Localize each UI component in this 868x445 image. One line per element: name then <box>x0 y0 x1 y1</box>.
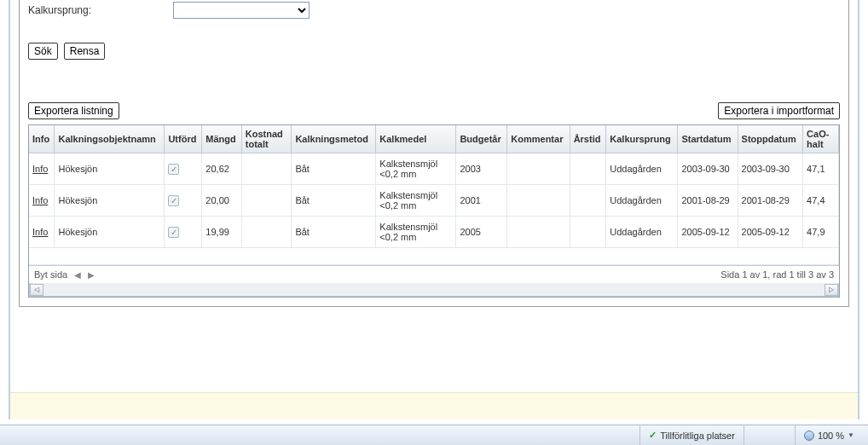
info-link[interactable]: Info <box>32 227 48 237</box>
kalkursprung-select[interactable] <box>173 2 310 19</box>
pager-status: Sida 1 av 1, rad 1 till 3 av 3 <box>720 269 834 280</box>
cell-ursprung: Uddagården <box>606 185 678 217</box>
cell-stopp: 2003-09-30 <box>738 153 803 185</box>
col-stoppdatum[interactable]: Stoppdatum <box>738 125 803 153</box>
col-arstid[interactable]: Årstid <box>570 125 606 153</box>
col-mangd[interactable]: Mängd <box>202 125 241 153</box>
cell-namn: Hökesjön <box>55 185 165 217</box>
cell-start: 2005-09-12 <box>678 217 738 248</box>
checkbox-checked-icon: ✓ <box>168 195 179 206</box>
col-kommentar[interactable]: Kommentar <box>507 125 570 153</box>
filter-label: Kalkursprung: <box>28 4 173 16</box>
col-kalkmedel[interactable]: Kalkmedel <box>376 125 456 153</box>
result-table: Info Kalkningsobjektnamn Utförd Mängd Ko… <box>28 124 840 298</box>
pager-label: Byt sida <box>34 269 67 280</box>
export-listing-button[interactable]: Exportera listning <box>28 102 119 119</box>
cell-medel: Kalkstensmjöl <0,2 mm <box>376 185 456 217</box>
col-kostnad-totalt[interactable]: Kostnad totalt <box>241 125 292 153</box>
cell-kostnad <box>241 153 292 185</box>
cell-arstid <box>570 153 606 185</box>
cell-cao: 47,1 <box>803 153 839 185</box>
cell-kostnad <box>241 185 292 217</box>
cell-medel: Kalkstensmjöl <0,2 mm <box>376 153 456 185</box>
cell-start: 2001-08-29 <box>678 185 738 217</box>
cell-utford: ✓ <box>165 185 202 217</box>
pager-prev-icon[interactable]: ◀ <box>74 270 81 280</box>
cell-kostnad <box>241 217 292 248</box>
cell-cao: 47,4 <box>803 185 839 217</box>
col-info[interactable]: Info <box>29 125 55 153</box>
cell-medel: Kalkstensmjöl <0,2 mm <box>376 217 456 248</box>
horizontal-scrollbar[interactable]: ◁ ▷ <box>29 283 839 297</box>
cell-kommentar <box>507 185 570 217</box>
cell-namn: Hökesjön <box>55 217 165 248</box>
cell-budgetar: 2003 <box>456 153 507 185</box>
cell-metod: Båt <box>292 217 376 248</box>
cell-mangd: 20,00 <box>202 185 241 217</box>
col-budgetar[interactable]: Budgetår <box>456 125 507 153</box>
cell-utford: ✓ <box>165 217 202 248</box>
cell-budgetar: 2001 <box>456 185 507 217</box>
col-kalkningsobjektnamn[interactable]: Kalkningsobjektnamn <box>55 125 165 153</box>
cell-kommentar <box>507 217 570 248</box>
cell-mangd: 19,99 <box>202 217 241 248</box>
search-button[interactable]: Sök <box>28 43 58 60</box>
col-utford[interactable]: Utförd <box>165 125 202 153</box>
cell-mangd: 20,62 <box>202 153 241 185</box>
export-importformat-button[interactable]: Exportera i importformat <box>718 102 840 119</box>
cell-stopp: 2005-09-12 <box>738 217 803 248</box>
col-kalkursprung[interactable]: Kalkursprung <box>606 125 678 153</box>
scroll-right-icon[interactable]: ▷ <box>825 284 838 296</box>
cell-budgetar: 2005 <box>456 217 507 248</box>
checkbox-checked-icon: ✓ <box>168 227 179 238</box>
cell-arstid <box>570 185 606 217</box>
cell-ursprung: Uddagården <box>606 217 678 248</box>
cell-utford: ✓ <box>165 153 202 185</box>
table-row: InfoHökesjön✓20,00BåtKalkstensmjöl <0,2 … <box>29 185 839 217</box>
col-kalkningsmetod[interactable]: Kalkningsmetod <box>292 125 376 153</box>
info-link[interactable]: Info <box>32 164 48 174</box>
cell-cao: 47,9 <box>803 217 839 248</box>
col-cao-halt[interactable]: CaO-halt <box>803 125 839 153</box>
cell-ursprung: Uddagården <box>606 153 678 185</box>
table-empty-row <box>29 248 839 265</box>
cell-namn: Hökesjön <box>55 153 165 185</box>
checkbox-checked-icon: ✓ <box>168 164 179 175</box>
table-row: InfoHökesjön✓19,99BåtKalkstensmjöl <0,2 … <box>29 217 839 248</box>
cell-metod: Båt <box>292 185 376 217</box>
cell-stopp: 2001-08-29 <box>738 185 803 217</box>
col-startdatum[interactable]: Startdatum <box>678 125 738 153</box>
table-row: InfoHökesjön✓20,62BåtKalkstensmjöl <0,2 … <box>29 153 839 185</box>
cell-start: 2003-09-30 <box>678 153 738 185</box>
footer-band <box>10 392 858 419</box>
scroll-left-icon[interactable]: ◁ <box>30 284 43 296</box>
cell-arstid <box>570 217 606 248</box>
info-link[interactable]: Info <box>32 195 48 205</box>
pager-next-icon[interactable]: ▶ <box>88 270 95 280</box>
cell-kommentar <box>507 153 570 185</box>
clear-button[interactable]: Rensa <box>64 43 106 60</box>
cell-metod: Båt <box>292 153 376 185</box>
